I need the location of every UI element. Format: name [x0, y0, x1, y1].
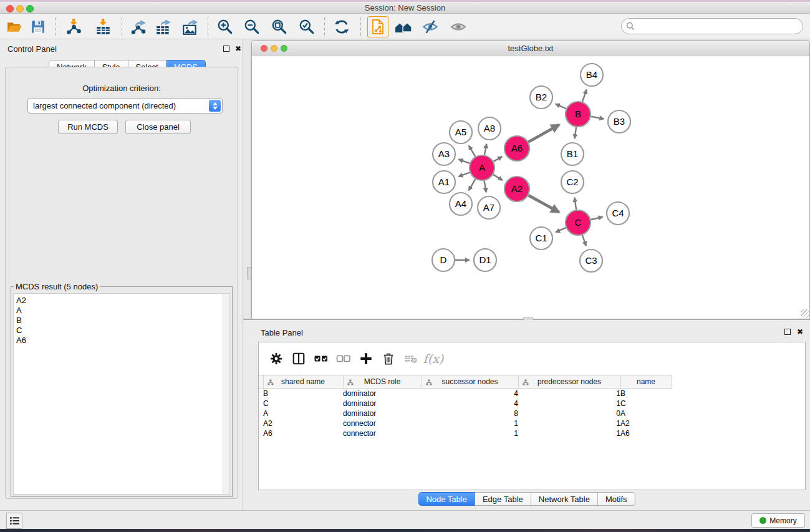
- network-node[interactable]: A3: [433, 143, 455, 165]
- memory-button[interactable]: Memory: [751, 513, 805, 528]
- function-builder-button[interactable]: f(x): [422, 347, 445, 370]
- network-edge[interactable]: [582, 90, 587, 102]
- tab-node-table[interactable]: Node Table: [418, 492, 475, 506]
- network-edge[interactable]: [591, 217, 602, 220]
- table-cell[interactable]: dominator: [343, 399, 422, 409]
- import-table-button[interactable]: [92, 16, 113, 37]
- delete-table-button[interactable]: [400, 347, 422, 370]
- float-panel-icon[interactable]: [223, 46, 229, 52]
- table-cell[interactable]: [672, 389, 806, 399]
- home-button[interactable]: [393, 16, 414, 37]
- network-edge[interactable]: [556, 228, 566, 232]
- refresh-button[interactable]: [331, 16, 352, 37]
- deselect-all-button[interactable]: [332, 347, 355, 370]
- table-cell[interactable]: 8: [422, 409, 518, 418]
- tab-motifs[interactable]: Motifs: [598, 492, 635, 506]
- float-table-panel-icon[interactable]: [784, 329, 791, 335]
- network-node[interactable]: A4: [450, 193, 472, 215]
- table-cell[interactable]: [672, 418, 806, 428]
- table-cell[interactable]: dominator: [343, 389, 422, 399]
- export-image-button[interactable]: [180, 16, 201, 37]
- window-resize-grip[interactable]: [801, 309, 809, 317]
- export-table-button[interactable]: [153, 16, 174, 37]
- table-cell[interactable]: dominator: [343, 409, 422, 418]
- result-item[interactable]: A: [16, 306, 229, 316]
- network-edge[interactable]: [485, 181, 486, 193]
- network-node[interactable]: A5: [450, 121, 472, 143]
- network-edge[interactable]: [459, 160, 470, 163]
- create-column-button[interactable]: [355, 347, 377, 370]
- column-header-mcds-role[interactable]: MCDS role: [343, 375, 422, 389]
- table-cell[interactable]: A2: [620, 418, 672, 428]
- zoom-out-button[interactable]: [241, 16, 263, 37]
- network-node[interactable]: C4: [607, 202, 629, 225]
- table-cell[interactable]: 1: [518, 389, 620, 399]
- network-edge[interactable]: [528, 195, 559, 212]
- network-edge[interactable]: [469, 179, 476, 190]
- result-item[interactable]: A6: [16, 336, 229, 346]
- save-session-button[interactable]: [27, 16, 49, 37]
- network-node[interactable]: C3: [580, 249, 602, 272]
- network-edge[interactable]: [574, 198, 576, 210]
- close-table-panel-icon[interactable]: ✖: [797, 329, 803, 335]
- network-edge[interactable]: [493, 175, 503, 180]
- table-cell[interactable]: 4: [422, 399, 518, 409]
- network-edge[interactable]: [485, 144, 486, 155]
- network-edge[interactable]: [556, 104, 566, 109]
- show-details-button[interactable]: [448, 16, 469, 37]
- show-columns-button[interactable]: [287, 347, 310, 370]
- table-cell[interactable]: [672, 399, 806, 409]
- table-cell[interactable]: B: [620, 389, 672, 399]
- select-all-button[interactable]: [310, 347, 332, 370]
- network-node[interactable]: C1: [530, 227, 552, 249]
- global-search-field[interactable]: [621, 18, 803, 34]
- result-item[interactable]: B: [16, 316, 229, 326]
- table-row[interactable]: Bdominator41B: [259, 389, 806, 399]
- zoom-selected-button[interactable]: [296, 16, 317, 37]
- run-mcds-button[interactable]: Run MCDS: [58, 120, 118, 134]
- network-node[interactable]: A1: [433, 171, 455, 193]
- network-node[interactable]: B: [566, 102, 591, 127]
- table-row[interactable]: A2connector11A2: [259, 418, 806, 428]
- network-edge[interactable]: [493, 157, 502, 162]
- optimization-criterion-dropdown[interactable]: largest connected component (directed): [27, 98, 223, 114]
- network-window-titlebar[interactable]: testGlobe.txt: [252, 41, 809, 56]
- tab-edge-table[interactable]: Edge Table: [475, 492, 531, 506]
- network-edge[interactable]: [591, 117, 604, 119]
- zoom-in-button[interactable]: [215, 16, 236, 37]
- network-edge[interactable]: [469, 146, 475, 157]
- table-row[interactable]: Cdominator41C: [259, 399, 806, 409]
- result-item[interactable]: A2: [16, 296, 229, 306]
- network-edge[interactable]: [459, 172, 470, 177]
- show-task-history-button[interactable]: [6, 513, 22, 529]
- network-node[interactable]: C2: [561, 171, 584, 193]
- network-view-window[interactable]: testGlobe.txt B4B2BB3A5A8A6B1A3AA1C2A2A4…: [251, 40, 810, 319]
- table-cell[interactable]: B: [263, 389, 343, 399]
- network-node[interactable]: B4: [581, 64, 603, 86]
- network-canvas[interactable]: B4B2BB3A5A8A6B1A3AA1C2A2A4A7CC4C1C3DD1: [252, 56, 809, 319]
- network-node[interactable]: A8: [478, 117, 501, 140]
- network-overview-toggle-button[interactable]: [367, 16, 388, 37]
- import-network-button[interactable]: [63, 16, 84, 37]
- table-cell[interactable]: connector: [343, 428, 422, 438]
- table-cell[interactable]: connector: [343, 418, 422, 428]
- table-cell[interactable]: 0: [518, 409, 620, 418]
- table-cell[interactable]: C: [263, 399, 343, 409]
- table-row[interactable]: Adominator80A: [259, 409, 806, 418]
- result-scrollbar[interactable]: [223, 294, 229, 494]
- zoom-fit-button[interactable]: [269, 16, 290, 37]
- network-node[interactable]: B3: [608, 110, 630, 133]
- table-cell[interactable]: A: [263, 409, 343, 418]
- column-header-name[interactable]: name: [620, 375, 672, 389]
- network-edge[interactable]: [528, 125, 559, 142]
- network-edge[interactable]: [582, 235, 586, 246]
- table-row[interactable]: A6connector11A6: [259, 428, 806, 438]
- open-session-button[interactable]: [4, 16, 25, 37]
- table-cell[interactable]: [672, 428, 806, 438]
- main-titlebar[interactable]: Session: New Session: [0, 2, 810, 14]
- table-cell[interactable]: 1: [422, 418, 518, 428]
- column-header-predecessor-nodes[interactable]: predecessor nodes: [518, 375, 620, 389]
- network-node[interactable]: A7: [478, 196, 500, 219]
- network-node[interactable]: A: [470, 155, 494, 180]
- table-cell[interactable]: A: [620, 409, 672, 418]
